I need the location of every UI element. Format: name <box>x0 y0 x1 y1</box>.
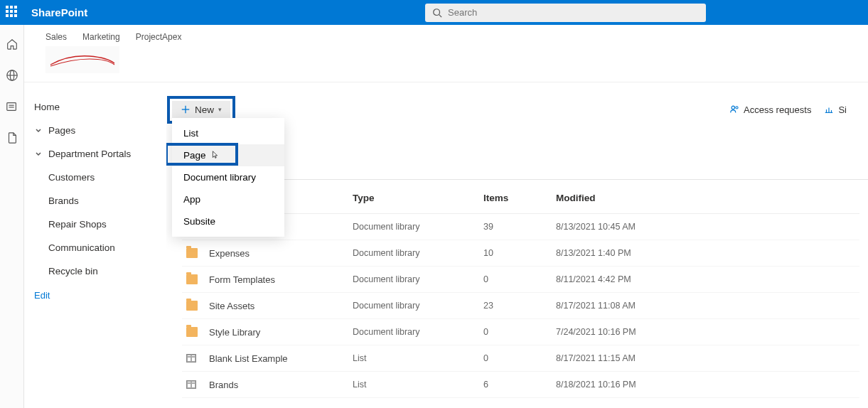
menu-item-app[interactable]: App <box>172 188 284 210</box>
row-modified: 8/17/2021 11:08 AM <box>556 301 859 311</box>
nav-communication[interactable]: Communication <box>34 236 166 259</box>
main-content: New ▾ Access requests Si <box>166 82 868 408</box>
nav-edit-link[interactable]: Edit <box>34 283 166 301</box>
people-icon <box>729 104 739 114</box>
row-modified: 8/13/2021 1:40 PM <box>556 248 859 258</box>
row-name: Style Library <box>209 327 353 338</box>
folder-icon <box>186 327 198 337</box>
app-title: SharePoint <box>31 6 87 18</box>
table-row[interactable]: Form TemplatesDocument library08/11/2021… <box>182 267 859 293</box>
app-launcher-icon[interactable] <box>6 6 20 20</box>
table-row[interactable]: BrandsList68/18/2021 10:16 PM <box>182 372 859 398</box>
nav-brands[interactable]: Brands <box>34 189 166 213</box>
row-items: 39 <box>483 222 556 232</box>
folder-icon <box>186 248 198 258</box>
hub-nav: Sales Marketing ProjectApex <box>45 32 847 42</box>
row-type: Document library <box>353 248 483 258</box>
svg-rect-5 <box>6 103 16 111</box>
list-icon <box>186 380 196 389</box>
search-container <box>425 4 706 22</box>
table-row[interactable]: Site AssetsDocument library238/17/2021 1… <box>182 293 859 319</box>
site-logo[interactable] <box>45 46 119 73</box>
svg-line-1 <box>439 14 442 17</box>
table-row[interactable]: Style LibraryDocument library07/24/2021 … <box>182 319 859 345</box>
suite-header: SharePoint <box>0 0 868 25</box>
col-header-type[interactable]: Type <box>353 193 483 203</box>
row-name: Site Assets <box>209 301 353 311</box>
row-type: List <box>353 353 483 363</box>
new-menu-dropdown: List Page Document library App Subsite <box>172 118 284 237</box>
table-row[interactable]: Blank List ExampleList08/17/2021 11:15 A… <box>182 345 859 372</box>
svg-point-11 <box>736 107 738 109</box>
nav-dept-portals[interactable]: Department Portals <box>34 142 166 166</box>
svg-point-10 <box>732 106 734 109</box>
row-items: 6 <box>483 380 556 390</box>
menu-item-doc-library[interactable]: Document library <box>172 166 284 188</box>
list-icon <box>186 354 196 363</box>
chart-icon <box>824 104 834 114</box>
svg-point-0 <box>434 9 440 15</box>
hub-link-sales[interactable]: Sales <box>45 32 67 42</box>
row-items: 0 <box>483 353 556 363</box>
chevron-down-icon: ▾ <box>218 106 222 113</box>
row-name: Brands <box>209 380 353 390</box>
nav-customers[interactable]: Customers <box>34 166 166 189</box>
globe-icon[interactable] <box>6 69 18 82</box>
nav-recycle-bin[interactable]: Recycle bin <box>34 259 166 283</box>
row-modified: 8/17/2021 11:15 AM <box>556 353 859 363</box>
hub-link-marketing[interactable]: Marketing <box>82 32 120 42</box>
left-rail <box>0 25 24 408</box>
folder-icon <box>186 274 198 284</box>
row-items: 0 <box>483 274 556 284</box>
chevron-down-icon <box>34 127 43 134</box>
folder-icon <box>186 301 198 311</box>
row-items: 0 <box>483 327 556 337</box>
row-type: Document library <box>353 274 483 284</box>
nav-home[interactable]: Home <box>34 95 166 119</box>
row-name: Expenses <box>209 248 353 259</box>
files-icon[interactable] <box>6 131 18 144</box>
row-type: Document library <box>353 222 483 232</box>
table-row[interactable]: ExpensesDocument library108/13/2021 1:40… <box>182 240 859 267</box>
home-icon[interactable] <box>6 38 18 50</box>
row-items: 10 <box>483 248 556 258</box>
search-box[interactable] <box>425 4 706 22</box>
col-header-modified[interactable]: Modified <box>556 193 859 203</box>
access-requests-button[interactable]: Access requests <box>729 104 811 115</box>
nav-pages[interactable]: Pages <box>34 119 166 142</box>
cursor-pointer-icon <box>210 150 220 160</box>
nav-repair-shops[interactable]: Repair Shops <box>34 213 166 236</box>
news-icon[interactable] <box>6 100 18 113</box>
row-type: Document library <box>353 327 483 337</box>
site-usage-button[interactable]: Si <box>824 104 847 115</box>
menu-item-subsite[interactable]: Subsite <box>172 210 284 232</box>
row-modified: 8/11/2021 4:42 PM <box>556 274 859 284</box>
plus-icon <box>181 104 191 114</box>
search-icon <box>432 8 442 18</box>
search-input[interactable] <box>448 7 699 18</box>
command-bar-right: Access requests Si <box>729 104 847 115</box>
row-modified: 8/18/2021 10:16 PM <box>556 380 859 390</box>
quick-launch-nav: Home Pages Department Portals Customers … <box>24 82 166 408</box>
row-items: 23 <box>483 301 556 311</box>
row-name: Blank List Example <box>209 353 353 364</box>
site-header: Sales Marketing ProjectApex <box>24 25 868 82</box>
row-type: List <box>353 380 483 390</box>
menu-item-list[interactable]: List <box>172 122 284 144</box>
hub-link-projectapex[interactable]: ProjectApex <box>136 32 182 42</box>
col-header-items[interactable]: Items <box>483 193 556 203</box>
row-modified: 8/13/2021 10:45 AM <box>556 222 859 232</box>
row-name: Form Templates <box>209 274 353 285</box>
new-button[interactable]: New ▾ <box>172 101 230 119</box>
row-type: Document library <box>353 301 483 311</box>
menu-item-page[interactable]: Page <box>172 144 284 166</box>
row-modified: 7/24/2021 10:16 PM <box>556 327 859 337</box>
chevron-down-icon <box>34 151 43 158</box>
